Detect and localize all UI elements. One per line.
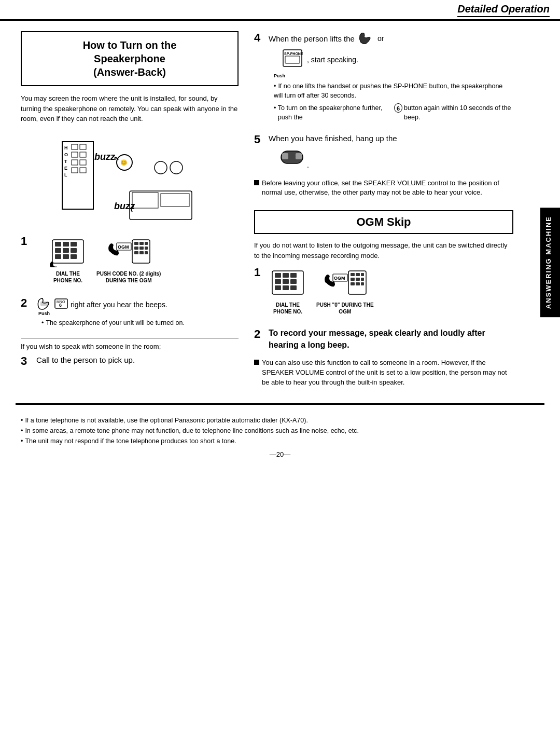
header-title: Detailed Operation (457, 3, 550, 17)
svg-rect-62 (275, 285, 281, 290)
svg-rect-64 (290, 285, 297, 290)
step-2-text: right after you hear the beeps. (71, 300, 167, 310)
ogm-skip-box: OGM Skip (254, 210, 513, 234)
sp-phone-svg: SP-PHONE (282, 49, 303, 69)
svg-text:6: 6 (59, 303, 62, 308)
ogm-keypad-2: OGM (321, 270, 368, 298)
dial-phone-diagram: DIAL THEPHONE NO. (50, 239, 86, 284)
ogm-step-1-diagram: DIAL THEPHONE NO. OGM (270, 270, 513, 315)
svg-rect-45 (40, 302, 48, 306)
svg-point-18 (170, 161, 183, 174)
section-title: How to Turn on the Speakerphone (Answer-… (32, 38, 227, 79)
right-column: 4 When the person lifts the or SP-PHON (254, 31, 534, 393)
keypad-svg-1 (50, 239, 86, 267)
step-3-num: 3 (21, 354, 32, 368)
mno-6-btn: MNO 6 (54, 298, 68, 314)
if-you-wish-text: If you wish to speak with someone in the… (21, 343, 239, 350)
svg-rect-7 (80, 144, 86, 149)
svg-rect-11 (80, 160, 86, 165)
footer-bar (16, 403, 544, 415)
svg-rect-30 (55, 254, 61, 259)
svg-rect-63 (283, 285, 289, 290)
title-box: How to Turn on the Speakerphone (Answer-… (21, 31, 239, 86)
sq-note-1-row: Before leaving your office, set the SPEA… (254, 179, 513, 198)
ogm-dial-diagram: DIAL THEPHONE NO. (270, 270, 306, 315)
mno-btn-svg: MNO 6 (54, 298, 68, 312)
sq-note-1-text: Before leaving your office, set the SPEA… (262, 179, 513, 198)
hangup-svg (279, 148, 305, 168)
step-3-text: Call to the person to pick up. (36, 354, 239, 365)
svg-rect-53 (282, 153, 288, 159)
step-5-text-row: When you have finished, hang up the (269, 133, 513, 144)
svg-text:😊: 😊 (120, 159, 128, 166)
svg-rect-57 (283, 273, 289, 278)
svg-rect-41 (145, 247, 148, 250)
svg-rect-13 (80, 168, 86, 173)
svg-text:SP-PHONE: SP-PHONE (284, 52, 303, 56)
step-4-note2-row: • To turn on the speakerphone further, p… (274, 103, 513, 122)
svg-rect-21 (132, 193, 158, 208)
svg-rect-40 (139, 247, 144, 250)
svg-rect-68 (351, 273, 355, 276)
page-number: —20— (0, 450, 560, 458)
svg-text:H: H (64, 145, 68, 151)
svg-text:L: L (64, 172, 67, 177)
ogm-step-2-content: To record your message, speak clearly an… (269, 327, 513, 351)
ogm-diagram: OGM PUSH C (96, 239, 161, 284)
step-4-row: 4 When the person lifts the or SP-PHON (254, 31, 513, 126)
svg-rect-58 (290, 273, 297, 278)
svg-rect-37 (139, 242, 144, 245)
step-4-num: 4 (254, 31, 265, 45)
svg-rect-39 (134, 247, 138, 250)
ogm-caption: PUSH CODE NO. (2 digits)DURING THE OGM (96, 270, 161, 284)
step-4-intro: When the person lifts the (269, 33, 355, 44)
step-4-text-row: When the person lifts the or (269, 31, 513, 46)
svg-text:T: T (64, 159, 67, 164)
step-2-note: The speakerphone of your unit will be tu… (41, 318, 239, 327)
btn-6: 6 (394, 103, 402, 113)
step-3-row: 3 Call to the person to pick up. (21, 354, 239, 368)
svg-rect-71 (351, 278, 355, 281)
step-3-content: Call to the person to pick up. (36, 354, 239, 367)
hangup-icon-wrap: . (279, 148, 513, 169)
handset-icon (36, 296, 52, 311)
step-4-push: Push (274, 73, 513, 78)
svg-text:E: E (64, 166, 67, 171)
step-4-or: or (377, 34, 384, 43)
step-4-note2-text: To turn on the speakerphone further, pus… (278, 103, 393, 122)
ogm-sq-bullet (254, 360, 259, 365)
svg-rect-69 (356, 273, 360, 276)
svg-rect-6 (72, 144, 78, 149)
svg-rect-72 (356, 278, 360, 281)
ogm-step-1-row: 1 (254, 266, 513, 320)
svg-rect-32 (71, 254, 77, 259)
main-content: How to Turn on the Speakerphone (Answer-… (0, 21, 560, 403)
illustration: H O T E L buzz 😊 (21, 131, 239, 226)
handset-push: Push (36, 296, 52, 316)
ogm-step-2-row: 2 To record your message, speak clearly … (254, 327, 513, 351)
svg-text:OGM: OGM (334, 276, 345, 281)
svg-rect-31 (63, 254, 69, 259)
svg-rect-61 (290, 279, 297, 284)
ogm-sq-note-row: You can also use this function to call t… (254, 358, 513, 388)
svg-rect-22 (161, 194, 189, 207)
svg-rect-60 (283, 279, 289, 284)
footer-note-2: In some areas, a remote tone phone may n… (21, 426, 539, 436)
push-label: Push (38, 311, 50, 316)
step-5-content: When you have finished, hang up the . (269, 133, 513, 171)
ogm-push0-diagram: OGM (316, 270, 374, 315)
footer-note-1: If a tone telephone is not available, us… (21, 415, 539, 426)
svg-rect-29 (71, 248, 77, 253)
intro-text: You may screen the room where the unit i… (21, 93, 239, 124)
svg-point-17 (155, 161, 167, 174)
step-1-num: 1 (21, 235, 32, 248)
step-1-diagram-row: DIAL THEPHONE NO. OGM (50, 239, 239, 284)
svg-rect-54 (296, 153, 302, 159)
ogm-skip-section: OGM Skip If you do not want to listen to… (254, 210, 513, 387)
svg-rect-27 (55, 248, 61, 253)
footer: If a tone telephone is not available, us… (0, 403, 560, 458)
ogm-push0-caption: PUSH "0" DURING THEOGM (316, 302, 374, 315)
svg-rect-43 (139, 251, 144, 254)
ogm-step-2-text: To record your message, speak clearly an… (269, 327, 513, 351)
svg-text:O: O (64, 152, 68, 157)
